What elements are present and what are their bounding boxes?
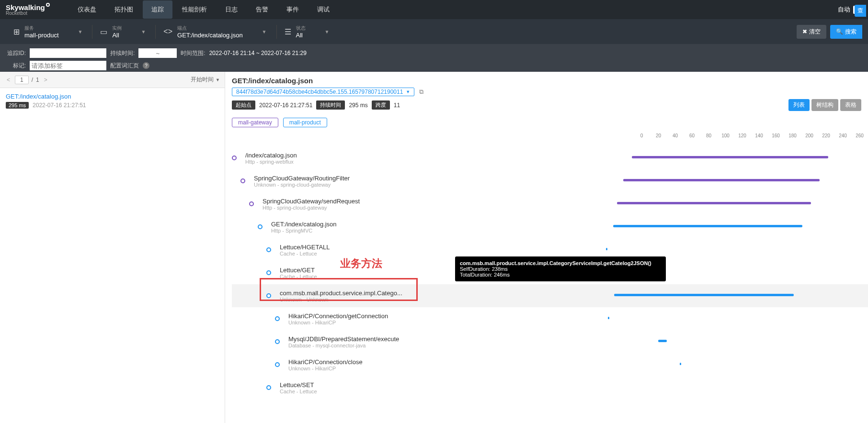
nav-item-0[interactable]: 仪表盘 xyxy=(69,0,105,19)
span-name: Lettuce/GET xyxy=(280,267,317,274)
span-value: 11 xyxy=(394,102,400,109)
duration-chip: 持续时间 xyxy=(316,100,345,110)
services-row: mall-gateway mall-product xyxy=(225,116,868,133)
start-value: 2022-07-16 21:27:51 xyxy=(259,102,312,109)
span-row[interactable]: Lettuce/SETCache - Lettuce xyxy=(232,376,868,399)
filter-instance[interactable]: ▭ 实例All ▼ xyxy=(92,25,153,39)
span-dot-icon xyxy=(275,339,280,344)
trace-list-item[interactable]: GET:/index/catalog.json 295 ms 2022-07-1… xyxy=(0,88,225,113)
nav-item-1[interactable]: 拓扑图 xyxy=(106,0,142,19)
time-range-label: 时间范围: xyxy=(181,49,205,57)
main-content: < 1 / 1 > 开始时间▼ GET:/index/catalog.json … xyxy=(0,72,868,423)
prev-page-icon[interactable]: < xyxy=(5,77,12,83)
nav-item-6[interactable]: 事件 xyxy=(278,0,308,19)
detail-title: GET:/index/catalog.json xyxy=(232,77,861,85)
span-bar xyxy=(608,317,609,319)
span-row[interactable]: HikariCP/Connection/closeUnknown - Hikar… xyxy=(232,353,868,376)
nav-item-2[interactable]: 追踪 xyxy=(143,0,172,19)
span-row[interactable]: HikariCP/Connection/getConnectionUnknown… xyxy=(232,307,868,330)
span-dot-icon xyxy=(240,178,245,183)
nav-item-5[interactable]: 告警 xyxy=(247,0,277,19)
span-bar xyxy=(680,363,681,365)
span-name: HikariCP/Connection/getConnection xyxy=(288,312,388,320)
trace-id-select[interactable]: 844f78d3e7d64d74b58cbe4cb4dbbc5e.155.165… xyxy=(232,88,414,96)
span-dot-icon xyxy=(266,293,271,298)
span-row[interactable]: GET:/index/catalog.jsonHttp - SpringMVC xyxy=(232,215,868,238)
trace-id-input[interactable] xyxy=(30,48,106,58)
span-name: HikariCP/Connection/close xyxy=(288,358,363,366)
page-current[interactable]: 1 xyxy=(15,76,29,84)
filter-value: mall-product xyxy=(24,32,59,39)
filter-state[interactable]: ☰ 状态All ▼ xyxy=(276,25,337,39)
sort-label: 开始时间 xyxy=(191,76,214,84)
ruler-tick: 140 xyxy=(751,133,767,138)
clear-label: 清空 xyxy=(809,28,821,36)
chevron-down-icon: ▼ xyxy=(216,78,220,82)
view-table-button[interactable]: 表格 xyxy=(840,99,861,111)
view-tree-button[interactable]: 树结构 xyxy=(811,99,838,111)
span-dot-icon xyxy=(249,201,254,206)
search-button[interactable]: 🔍搜索 xyxy=(830,25,862,39)
span-row[interactable]: /index/catalog.jsonHttp - spring-webflux xyxy=(232,146,868,169)
span-row[interactable]: SpringCloudGateway/sendRequestHttp - spr… xyxy=(232,192,868,215)
span-name: SpringCloudGateway/sendRequest xyxy=(263,198,360,205)
tag-input[interactable] xyxy=(30,61,106,70)
ruler-tick: 180 xyxy=(784,133,801,138)
logo-subtitle: Rocketbot xyxy=(6,11,50,16)
span-bar xyxy=(613,225,802,227)
span-dot-icon xyxy=(275,316,280,321)
filter-label: 服务 xyxy=(24,25,59,32)
span-sub: Cache - Lettuce xyxy=(280,389,317,394)
search-icon: 🔍 xyxy=(836,28,843,35)
ruler-tick: 160 xyxy=(767,133,784,138)
nav-item-7[interactable]: 调试 xyxy=(308,0,338,19)
span-name: SpringCloudGateway/RoutingFilter xyxy=(254,175,350,182)
copy-icon[interactable]: ⧉ xyxy=(419,88,423,96)
time-range-value: 2022-07-16 21:14 ~ 2022-07-16 21:29 xyxy=(209,50,307,56)
ruler-tick: 40 xyxy=(667,133,684,138)
tooltip-title: com.msb.mall.product.service.impl.Catego… xyxy=(460,260,661,266)
refresh-label: 自动 xyxy=(838,5,850,14)
span-name: Lettuce/SET xyxy=(280,381,317,389)
nav-item-4[interactable]: 日志 xyxy=(217,0,246,19)
span-row[interactable]: SpringCloudGateway/RoutingFilterUnknown … xyxy=(232,169,868,192)
main-nav: 仪表盘拓扑图追踪性能剖析日志告警事件调试 xyxy=(69,0,838,19)
page-total: 1 xyxy=(36,77,39,83)
filter-value: All xyxy=(112,32,122,39)
ruler-tick: 60 xyxy=(684,133,700,138)
span-chip: 跨度 xyxy=(372,100,390,110)
span-sub: Cache - Lettuce xyxy=(280,251,330,256)
span-row[interactable]: Mysql/JDBI/PreparedStatement/executeData… xyxy=(232,330,868,353)
filter-service[interactable]: ⊞ 服务mall-product ▼ xyxy=(6,25,90,39)
ruler-tick: 260 xyxy=(851,133,868,138)
sort-dropdown[interactable]: 开始时间▼ xyxy=(191,76,220,84)
filter-label: 端点 xyxy=(177,25,243,32)
duration-input[interactable] xyxy=(138,48,177,58)
filter-endpoint[interactable]: <> 端点GET:/index/catalog.json ▼ xyxy=(155,25,274,39)
next-page-icon[interactable]: > xyxy=(42,77,49,83)
state-icon: ☰ xyxy=(285,27,291,36)
span-sub: Database - mysql-connector-java xyxy=(288,343,399,348)
tooltip-self: SelfDuration: 238ms xyxy=(460,266,661,272)
tag-label: 标记: xyxy=(6,62,26,70)
instance-icon: ▭ xyxy=(100,27,107,36)
span-dot-icon xyxy=(258,224,263,229)
nav-item-3[interactable]: 性能剖析 xyxy=(173,0,216,19)
filter-value: GET:/index/catalog.json xyxy=(177,32,243,39)
view-list-button[interactable]: 列表 xyxy=(788,99,810,111)
annotation-box xyxy=(260,278,418,301)
clear-button[interactable]: ✖清空 xyxy=(797,25,826,39)
time-ruler: 020406080100120140160180200220240260 xyxy=(633,133,868,138)
span-dot-icon xyxy=(232,156,237,160)
trace-body: 020406080100120140160180200220240260 /in… xyxy=(225,133,868,423)
info-icon[interactable]: ? xyxy=(143,62,149,69)
page-slash: / xyxy=(32,77,33,83)
config-vocab-link[interactable]: 配置词汇页 xyxy=(110,62,139,70)
span-dot-icon xyxy=(266,270,271,275)
service-tag[interactable]: mall-gateway xyxy=(232,118,278,127)
ruler-tick: 0 xyxy=(633,133,650,138)
service-tag[interactable]: mall-product xyxy=(283,118,327,127)
filter-label: 状态 xyxy=(296,25,306,32)
logo-dot-icon xyxy=(46,3,50,7)
detail-header: GET:/index/catalog.json 844f78d3e7d64d74… xyxy=(225,72,868,116)
